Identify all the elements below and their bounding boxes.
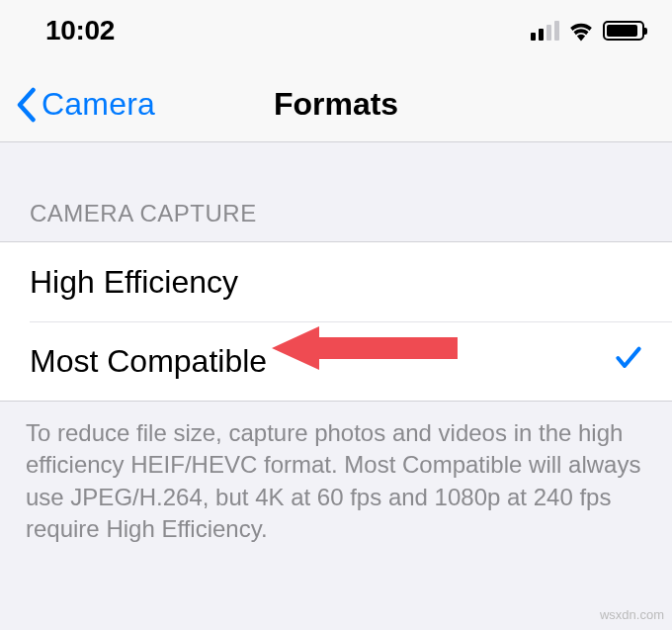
option-label: High Efficiency [30,264,238,301]
wifi-icon [567,20,595,42]
watermark: wsxdn.com [600,607,664,622]
camera-capture-list: High Efficiency Most Compatible [0,241,672,402]
checkmark-icon [613,341,644,383]
status-bar: 10:02 [0,0,672,53]
chevron-left-icon [14,87,38,123]
back-label: Camera [42,86,155,123]
battery-icon [603,21,644,41]
option-most-compatible[interactable]: Most Compatible [30,321,672,401]
option-label: Most Compatible [30,343,267,380]
status-time: 10:02 [45,15,115,46]
nav-header: Camera Formats [0,53,672,142]
cell-signal-icon [531,21,559,41]
section-header: CAMERA CAPTURE [0,142,672,241]
status-icons [531,20,644,42]
page-title: Formats [274,86,398,123]
section-footer: To reduce file size, capture photos and … [0,402,672,562]
option-high-efficiency[interactable]: High Efficiency [0,242,672,321]
back-button[interactable]: Camera [14,86,155,123]
